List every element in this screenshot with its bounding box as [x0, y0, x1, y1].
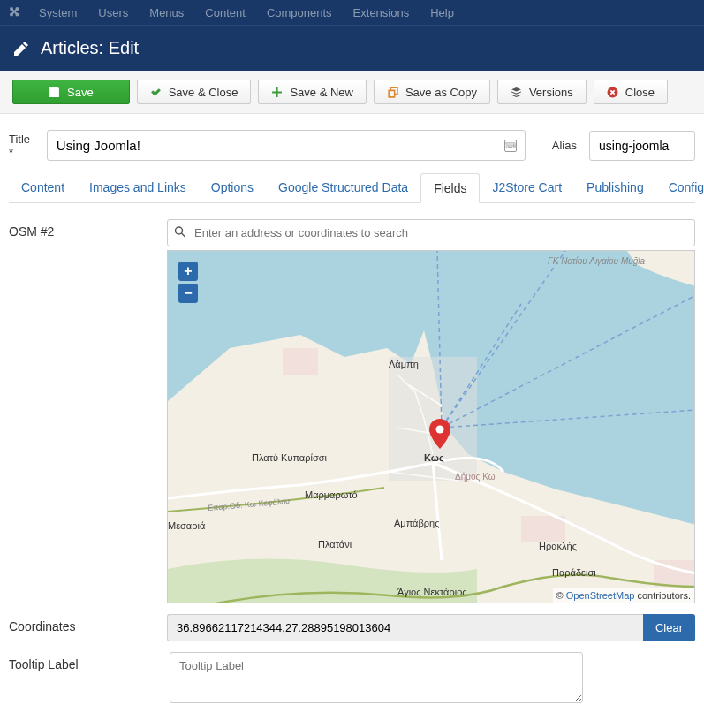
- page-title: Articles: Edit: [41, 38, 139, 58]
- map-label-amparis: Αμπάβρης: [394, 518, 439, 528]
- map-label-paradeisi: Παράδεισι: [552, 567, 596, 578]
- map-label-iraklis: Ηρακλής: [539, 541, 577, 551]
- top-nav: System Users Menus Content Components Ex…: [0, 0, 704, 25]
- toolbar: Save Save & Close Save & New Save as Cop…: [0, 71, 704, 114]
- tab-configure-editor[interactable]: Configure Ed: [656, 173, 704, 202]
- nav-help[interactable]: Help: [421, 3, 463, 23]
- keyboard-hint-icon: ⌨: [504, 140, 517, 152]
- close-label: Close: [625, 86, 655, 99]
- tooltip-label: Tooltip Label: [9, 652, 170, 671]
- nav-system[interactable]: System: [30, 3, 86, 23]
- search-wrapper: [167, 219, 695, 246]
- tab-options[interactable]: Options: [199, 173, 266, 202]
- tooltip-textarea[interactable]: [170, 652, 583, 703]
- attr-prefix: ©: [556, 590, 566, 601]
- nav-menus[interactable]: Menus: [140, 3, 193, 23]
- osm-field-row: OSM #2: [9, 219, 695, 603]
- tab-j2store-cart[interactable]: J2Store Cart: [480, 173, 574, 202]
- osm-link[interactable]: OpenStreetMap: [566, 590, 635, 601]
- alias-input[interactable]: [589, 131, 695, 161]
- tab-publishing[interactable]: Publishing: [574, 173, 656, 202]
- save-new-label: Save & New: [290, 86, 353, 99]
- zoom-controls: + −: [178, 262, 198, 306]
- title-row: Title * ⌨ Alias: [0, 114, 704, 173]
- tab-images-links[interactable]: Images and Links: [77, 173, 199, 202]
- title-label: Title *: [9, 133, 34, 159]
- svg-point-7: [436, 426, 444, 434]
- map-label-dimos-ko: Δήμος Κω: [455, 472, 496, 482]
- tab-content[interactable]: Content: [9, 173, 77, 202]
- map-label-marmaroto: Μαρμαρωτό: [305, 489, 358, 500]
- svg-point-1: [176, 227, 183, 234]
- save-button[interactable]: Save: [12, 80, 130, 104]
- save-label: Save: [67, 86, 94, 99]
- svg-rect-4: [521, 516, 565, 542]
- check-icon: [150, 87, 162, 98]
- svg-line-2: [182, 233, 185, 237]
- map-label-lampi: Λάμπη: [389, 359, 419, 369]
- map-label-agios-nektarios: Άγιος Νεκτάριος: [397, 587, 467, 597]
- pencil-icon: [12, 40, 30, 57]
- copy-icon: [387, 87, 398, 98]
- osm-label: OSM #2: [9, 219, 167, 239]
- svg-rect-3: [283, 348, 318, 375]
- save-close-label: Save & Close: [169, 86, 238, 99]
- nav-components[interactable]: Components: [258, 3, 341, 23]
- save-copy-label: Save as Copy: [405, 86, 477, 99]
- nav-users[interactable]: Users: [89, 3, 137, 23]
- cancel-icon: [607, 87, 618, 98]
- joomla-icon: [7, 5, 21, 19]
- alias-label: Alias: [552, 139, 577, 152]
- save-copy-button[interactable]: Save as Copy: [374, 80, 490, 104]
- map-attribution: © OpenStreetMap contributors.: [553, 588, 694, 603]
- nav-extensions[interactable]: Extensions: [344, 3, 419, 23]
- attr-suffix: contributors.: [634, 590, 691, 601]
- versions-label: Versions: [529, 86, 573, 99]
- tooltip-row: Tooltip Label: [9, 652, 695, 706]
- coordinates-input: [167, 614, 643, 641]
- stack-icon: [511, 87, 522, 98]
- zoom-in-button[interactable]: +: [178, 262, 198, 281]
- versions-button[interactable]: Versions: [497, 80, 587, 104]
- map-label-platy-kyparissi: Πλατύ Κυπαρίσσι: [252, 452, 327, 463]
- save-new-button[interactable]: Save & New: [258, 80, 367, 104]
- clear-button[interactable]: Clear: [643, 614, 695, 641]
- save-close-button[interactable]: Save & Close: [137, 80, 252, 104]
- zoom-out-button[interactable]: −: [178, 284, 198, 303]
- close-button[interactable]: Close: [594, 80, 668, 104]
- plus-icon: [271, 87, 283, 98]
- map[interactable]: ΓΚ Nοτίου Αιγαίου Muğla Λάμπη Πλατύ Κυπα…: [167, 250, 695, 603]
- nav-content[interactable]: Content: [196, 3, 254, 23]
- fields-panel: OSM #2: [0, 203, 704, 725]
- tab-google-structured-data[interactable]: Google Structured Data: [266, 173, 420, 202]
- map-label-kos: Κως: [424, 452, 444, 463]
- coordinates-label: Coordinates: [9, 614, 167, 633]
- map-search-input[interactable]: [167, 219, 695, 246]
- tabs: Content Images and Links Options Google …: [9, 173, 695, 203]
- map-label-platani: Πλατάνι: [318, 539, 352, 550]
- map-label-turkish-coast: ΓΚ Nοτίου Αιγαίου Muğla: [548, 256, 645, 266]
- page-header: Articles: Edit: [0, 25, 704, 71]
- map-marker-icon[interactable]: [429, 419, 450, 449]
- tab-fields[interactable]: Fields: [420, 173, 480, 203]
- apply-icon: [49, 87, 60, 98]
- coordinates-row: Coordinates Clear: [9, 614, 695, 641]
- search-icon: [174, 225, 186, 238]
- map-label-mesaria: Μεσαριά: [168, 520, 205, 531]
- title-input[interactable]: [47, 130, 526, 161]
